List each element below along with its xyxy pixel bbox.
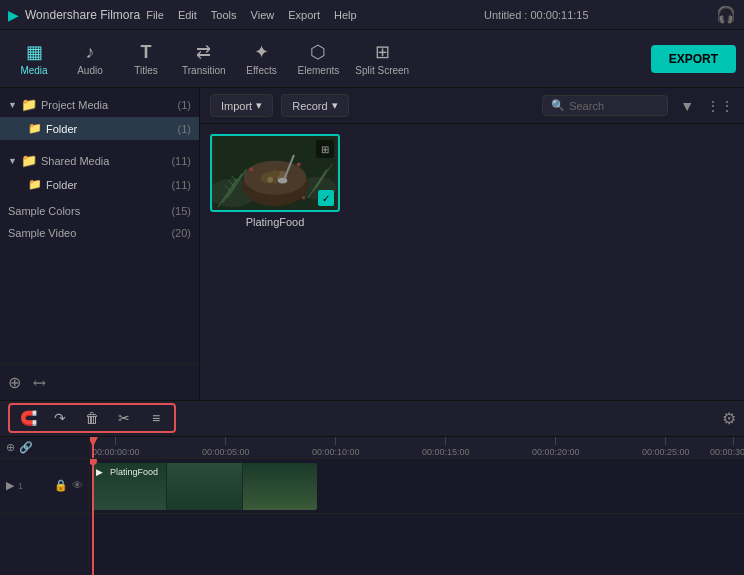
shared-media-folder[interactable]: 📁 Folder (11) <box>0 173 199 196</box>
main-content: ▼ 📁 Project Media (1) 📁 Folder (1) ▼ 📁 S… <box>0 88 744 400</box>
title-right: 🎧 <box>716 5 736 24</box>
app-logo-icon: ▶ <box>8 7 19 23</box>
media-item-platingfood[interactable]: ⊞ ✓ PlatingFood <box>210 134 340 228</box>
left-panel: ▼ 📁 Project Media (1) 📁 Folder (1) ▼ 📁 S… <box>0 88 200 400</box>
sample-colors-count: (15) <box>171 205 191 217</box>
menu-view[interactable]: View <box>251 9 275 21</box>
svg-point-23 <box>297 163 301 167</box>
toolbar-transition[interactable]: ⇄ Transition <box>176 33 232 85</box>
link-tracks-icon[interactable]: 🔗 <box>19 441 33 454</box>
project-media-folder[interactable]: 📁 Folder (1) <box>0 117 199 140</box>
timeline: 🧲 ↷ 🗑 ✂ ≡ ⚙ ⊕ 🔗 ▶ 1 🔒 👁 <box>0 400 744 575</box>
toolbar-audio[interactable]: ♪ Audio <box>64 33 116 85</box>
title-bar: ▶ Wondershare Filmora File Edit Tools Vi… <box>0 0 744 30</box>
menu-bar: File Edit Tools View Export Help <box>146 9 356 21</box>
ruler-label-0: 00:00:00:00 <box>92 447 140 457</box>
delete-tool[interactable]: 🗑 <box>78 404 106 432</box>
toolbar: ▦ Media ♪ Audio T Titles ⇄ Transition ✦ … <box>0 30 744 88</box>
toolbar-media[interactable]: ▦ Media <box>8 33 60 85</box>
video-clip-platingfood[interactable]: ▶ PlatingFood <box>92 463 317 510</box>
sample-video-label: Sample Video <box>8 227 76 239</box>
record-button[interactable]: Record ▾ <box>281 94 348 117</box>
menu-file[interactable]: File <box>146 9 164 21</box>
titles-icon: T <box>141 42 152 63</box>
add-track-icon[interactable]: ⊕ <box>6 441 15 454</box>
toolbar-effects[interactable]: ✦ Effects <box>236 33 288 85</box>
search-box: 🔍 <box>542 95 668 116</box>
thumbnail-overlay: ⊞ <box>316 140 334 158</box>
toolbar-transition-label: Transition <box>182 65 226 76</box>
filter-icon[interactable]: ▼ <box>680 98 694 114</box>
sample-video-item[interactable]: Sample Video (20) <box>0 222 199 244</box>
headphone-icon[interactable]: 🎧 <box>716 5 736 24</box>
split-tool[interactable]: ✂ <box>110 404 138 432</box>
toolbar-splitscreen[interactable]: ⊞ Split Screen <box>349 33 415 85</box>
track-row-video1: ▶ PlatingFood <box>90 459 744 514</box>
menu-help[interactable]: Help <box>334 9 357 21</box>
timeline-ruler-spacer: ⊕ 🔗 <box>0 437 89 459</box>
shared-media-header[interactable]: ▼ 📁 Shared Media (11) <box>0 148 199 173</box>
shared-media-label: Shared Media <box>41 155 110 167</box>
timeline-tools-group: 🧲 ↷ 🗑 ✂ ≡ <box>8 403 176 433</box>
timeline-tracks: ▶ PlatingFood <box>90 459 744 575</box>
menu-tools[interactable]: Tools <box>211 9 237 21</box>
shared-folder-child-icon: 📁 <box>28 178 42 191</box>
project-media-header[interactable]: ▼ 📁 Project Media (1) <box>0 92 199 117</box>
right-panel: Import ▾ Record ▾ 🔍 ▼ ⋮⋮ <box>200 88 744 400</box>
media-item-label: PlatingFood <box>246 216 305 228</box>
svg-point-16 <box>273 179 278 184</box>
project-media-folder-count: (1) <box>178 123 191 135</box>
lock-track-icon[interactable]: 🔒 <box>54 479 68 492</box>
svg-point-18 <box>278 178 287 184</box>
add-media-icon[interactable]: ⊕ <box>8 373 21 392</box>
export-button[interactable]: EXPORT <box>651 45 736 73</box>
magnet-tool[interactable]: 🧲 <box>14 404 42 432</box>
ruler-label-2: 00:00:10:00 <box>312 447 360 457</box>
media-grid: ⊞ ✓ PlatingFood <box>200 124 744 400</box>
clip-play-icon: ▶ <box>96 467 103 477</box>
redo-tool[interactable]: ↷ <box>46 404 74 432</box>
toolbar-elements[interactable]: ⬡ Elements <box>292 33 346 85</box>
project-media-label: Project Media <box>41 99 108 111</box>
import-button[interactable]: Import ▾ <box>210 94 273 117</box>
toolbar-audio-label: Audio <box>77 65 103 76</box>
track-left-video1: ▶ 1 🔒 👁 <box>0 459 89 514</box>
ruler-tick-6: 00:00:30:00 <box>710 437 744 457</box>
menu-export[interactable]: Export <box>288 9 320 21</box>
shared-media-folder-label: Folder <box>46 179 77 191</box>
visibility-track-icon[interactable]: 👁 <box>72 479 83 492</box>
playhead[interactable] <box>92 437 94 458</box>
timeline-tracks-left: ▶ 1 🔒 👁 <box>0 459 89 575</box>
arrow-icon-2: ▼ <box>8 156 17 166</box>
thumbnail-platingfood: ⊞ ✓ <box>210 134 340 212</box>
grid-icon[interactable]: ⋮⋮ <box>706 98 734 114</box>
link-icon[interactable]: ⤢ <box>28 371 51 394</box>
timeline-toolbar: 🧲 ↷ 🗑 ✂ ≡ ⚙ <box>0 401 744 437</box>
project-media-folder-label: Folder <box>46 123 77 135</box>
toolbar-titles-label: Titles <box>134 65 158 76</box>
ruler-label-1: 00:00:05:00 <box>202 447 250 457</box>
shared-media-folder-count: (11) <box>171 179 191 191</box>
timeline-left-col: ⊕ 🔗 ▶ 1 🔒 👁 <box>0 437 90 575</box>
media-icon: ▦ <box>26 41 43 63</box>
timeline-settings-icon[interactable]: ⚙ <box>722 409 736 428</box>
transition-icon: ⇄ <box>196 41 211 63</box>
sample-colors-label: Sample Colors <box>8 205 80 217</box>
svg-point-22 <box>249 167 253 171</box>
project-title: Untitled : 00:00:11:15 <box>484 9 589 21</box>
menu-edit[interactable]: Edit <box>178 9 197 21</box>
timeline-ruler-area: ⊕ 🔗 ▶ 1 🔒 👁 00:00:00:00 <box>0 437 744 575</box>
ruler-tick-4: 00:00:20:00 <box>532 437 580 457</box>
toolbar-titles[interactable]: T Titles <box>120 33 172 85</box>
shared-media-count: (11) <box>171 155 191 167</box>
sample-colors-item[interactable]: Sample Colors (15) <box>0 200 199 222</box>
title-bar-left: ▶ Wondershare Filmora File Edit Tools Vi… <box>8 7 357 23</box>
folder-icon: 📁 <box>21 97 37 112</box>
search-input[interactable] <box>569 100 659 112</box>
right-panel-toolbar: Import ▾ Record ▾ 🔍 ▼ ⋮⋮ <box>200 88 744 124</box>
record-chevron-icon: ▾ <box>332 99 338 112</box>
sample-video-count: (20) <box>171 227 191 239</box>
adjust-tool[interactable]: ≡ <box>142 404 170 432</box>
timeline-ruler: 00:00:00:00 00:00:05:00 00:00:10:00 00:0… <box>90 437 744 459</box>
import-label: Import <box>221 100 252 112</box>
